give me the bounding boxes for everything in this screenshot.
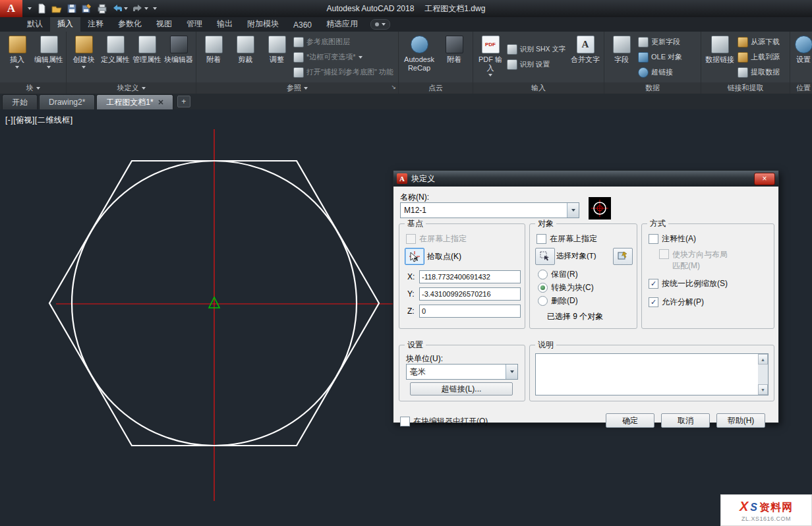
retain-radio[interactable]: 保留(R)	[538, 269, 578, 280]
tab-featured-apps[interactable]: 精选应用	[319, 16, 365, 32]
ole-object-button[interactable]: OLE 对象	[638, 50, 682, 64]
block-unit-combobox[interactable]: 毫米	[406, 364, 518, 380]
panel-location-title[interactable]: 位置	[790, 82, 812, 94]
cancel-button[interactable]: 取消	[661, 413, 710, 428]
panel-reference-title[interactable]: 参照 ↘	[196, 82, 398, 94]
chevron-down-icon[interactable]	[28, 7, 32, 10]
customize-qat-chevron-icon[interactable]	[153, 7, 157, 10]
scrollbar-track[interactable]	[758, 365, 768, 384]
chevron-down-icon[interactable]	[144, 7, 148, 10]
tab-manage[interactable]: 管理	[179, 16, 210, 32]
manage-attributes-button[interactable]: 管理属性	[132, 33, 162, 81]
chevron-down-icon[interactable]	[124, 7, 128, 10]
adjust-button[interactable]: 调整	[262, 33, 292, 81]
undo-button[interactable]	[112, 3, 128, 14]
tab-addins[interactable]: 附加模块	[240, 16, 286, 32]
checkbox-checked-icon[interactable]: ✓	[649, 279, 658, 289]
hyperlink-dialog-button[interactable]: 超链接(L)...	[410, 382, 513, 395]
tab-insert[interactable]: 插入	[50, 16, 80, 32]
panel-block-definition-title[interactable]: 块定义	[67, 82, 196, 94]
select-objects-button[interactable]	[535, 248, 555, 265]
panel-link-extract-title[interactable]: 链接和提取	[701, 82, 790, 94]
annotative-checkbox[interactable]: 注释性(A)	[649, 233, 696, 245]
quick-select-button[interactable]	[613, 248, 633, 265]
base-x-input[interactable]	[419, 270, 521, 283]
tab-home[interactable]: 默认	[20, 16, 50, 32]
open-file-button[interactable]	[51, 3, 62, 14]
data-link-button[interactable]: 数据链接	[703, 33, 736, 81]
tab-a360[interactable]: A360	[286, 18, 319, 32]
objects-specify-on-screen-checkbox[interactable]: 在屏幕上指定	[536, 233, 597, 245]
base-y-input[interactable]	[419, 287, 521, 301]
panel-block-title[interactable]: 块	[0, 82, 66, 94]
tab-parametric[interactable]: 参数化	[111, 16, 149, 32]
file-tab-doc1[interactable]: 工程图文档1*	[96, 94, 173, 109]
recognize-shx-button[interactable]: 识别 SHX 文字	[507, 43, 569, 57]
create-block-button[interactable]: 创建块	[69, 33, 99, 81]
save-as-button[interactable]	[82, 3, 92, 14]
panel-point-cloud-title[interactable]: 点云	[399, 82, 473, 94]
checkbox-checked-icon[interactable]: ✓	[649, 297, 658, 307]
hyperlink-button[interactable]: 超链接	[638, 65, 682, 79]
upload-to-source-button[interactable]: 上载到源	[738, 50, 780, 64]
checkbox-icon[interactable]	[536, 234, 546, 244]
description-textarea[interactable]	[536, 354, 758, 395]
checkbox-icon[interactable]	[400, 417, 410, 426]
new-file-button[interactable]	[36, 3, 47, 14]
delete-radio[interactable]: 删除(D)	[538, 295, 578, 307]
base-z-input[interactable]	[419, 305, 521, 318]
scroll-up-icon[interactable]: ▲	[758, 354, 768, 365]
drawing-canvas[interactable]: [-][俯视][二维线框] A 块定义 × 名称(N): M12-1	[0, 109, 812, 526]
recognition-settings-button[interactable]: 识别 设置	[507, 58, 569, 72]
close-tab-icon[interactable]	[158, 100, 163, 105]
block-editor-button[interactable]: 块编辑器	[163, 33, 194, 81]
ok-button[interactable]: 确定	[606, 413, 654, 428]
scale-uniformly-checkbox[interactable]: ✓ 按统一比例缩放(S)	[649, 278, 728, 289]
radio-icon[interactable]	[538, 296, 548, 306]
block-name-combobox[interactable]: M12-1	[400, 202, 579, 218]
file-tab-start[interactable]: 开始	[2, 94, 38, 109]
combine-text-button[interactable]: A 合并文字	[570, 33, 600, 81]
save-button[interactable]	[67, 3, 77, 14]
radio-selected-icon[interactable]	[538, 283, 548, 293]
tab-annotate[interactable]: 注释	[80, 16, 111, 32]
tab-view[interactable]: 视图	[149, 16, 179, 32]
snap-to-underlay-option[interactable]: 打开"捕捉到参考底图" 功能	[293, 65, 393, 79]
convert-to-block-radio[interactable]: 转换为块(C)	[538, 282, 594, 293]
allow-exploding-checkbox[interactable]: ✓ 允许分解(P)	[649, 297, 704, 308]
checkbox-icon[interactable]	[649, 234, 658, 244]
close-icon[interactable]: ×	[754, 173, 775, 185]
pick-point-button[interactable]	[405, 248, 424, 265]
insert-block-button[interactable]: 插入	[2, 33, 32, 81]
underlay-layers-option[interactable]: 参考底图图层	[293, 35, 393, 49]
help-button[interactable]: 帮助(H)	[716, 413, 765, 428]
edit-attribute-button[interactable]: 编辑属性	[34, 33, 64, 81]
application-menu-button[interactable]: A	[0, 0, 22, 17]
define-attributes-button[interactable]: 定义属性	[100, 33, 130, 81]
redo-button[interactable]	[132, 3, 148, 14]
description-scrollbar[interactable]: ▲ ▼	[758, 354, 768, 395]
plot-button[interactable]	[97, 3, 107, 14]
panel-data-title[interactable]: 数据	[604, 82, 701, 94]
radio-icon[interactable]	[538, 270, 548, 279]
clip-button[interactable]: 剪裁	[230, 33, 260, 81]
chevron-down-icon[interactable]	[506, 365, 517, 379]
ribbon-options-button[interactable]	[370, 19, 390, 30]
field-button[interactable]: 字段	[606, 33, 637, 81]
frame-option-dropdown[interactable]: *边框可变选项*	[293, 50, 393, 64]
set-location-button[interactable]: 设置	[792, 33, 812, 81]
scroll-down-icon[interactable]: ▼	[758, 384, 768, 395]
attach-point-cloud-button[interactable]: 附着	[439, 33, 469, 81]
chevron-down-icon[interactable]	[567, 203, 579, 218]
file-tab-drawing2[interactable]: Drawing2*	[39, 94, 95, 109]
new-tab-button[interactable]: +	[177, 96, 190, 107]
extract-data-button[interactable]: 提取数据	[738, 65, 780, 79]
update-fields-button[interactable]: 更新字段	[638, 35, 682, 49]
pdf-import-button[interactable]: PDF PDF 输入	[475, 33, 506, 81]
panel-import-title[interactable]: 输入	[473, 82, 604, 94]
dialog-titlebar[interactable]: A 块定义 ×	[393, 171, 778, 187]
download-from-source-button[interactable]: 从源下载	[738, 35, 780, 49]
autodesk-recap-button[interactable]: Autodesk ReCap	[401, 33, 438, 81]
tab-output[interactable]: 输出	[210, 16, 240, 32]
attach-reference-button[interactable]: 附着	[198, 33, 229, 81]
